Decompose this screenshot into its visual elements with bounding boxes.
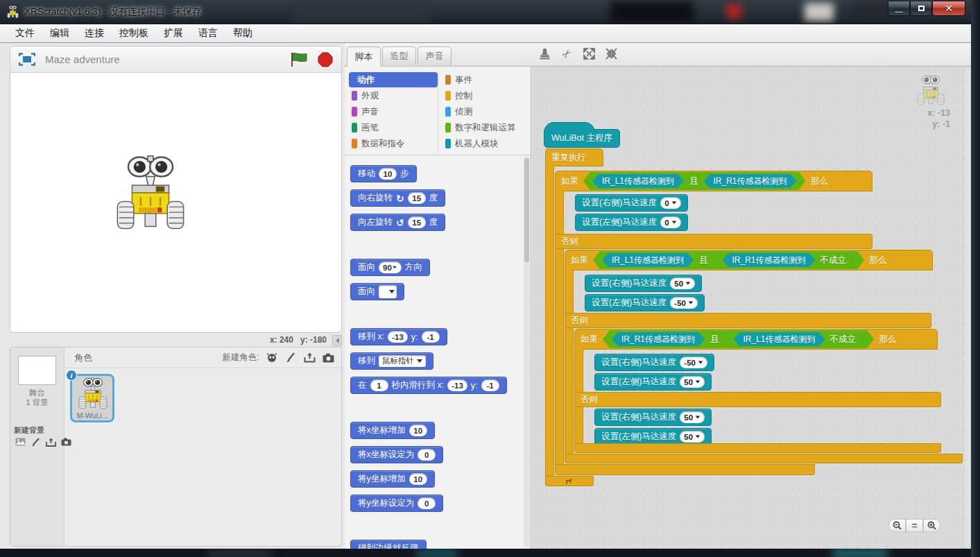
motor-block-7[interactable]: 设置(右侧)马达速度 50 <box>594 409 712 426</box>
number-input[interactable]: 0 <box>418 449 436 461</box>
stop-button[interactable] <box>318 52 333 67</box>
palette-block-2[interactable]: 向左旋转↺15度 <box>350 214 445 231</box>
duplicate-stamp-icon[interactable] <box>538 46 551 60</box>
dropdown[interactable]: 鼠标指针 <box>379 355 426 367</box>
sensor-ir-r1[interactable]: IR_R1传感器检测到 <box>612 332 705 346</box>
motor-block-3[interactable]: 设置(右侧)马达速度 50 <box>585 275 702 292</box>
motor-block-6[interactable]: 设置(左侧)马达速度 50 <box>594 373 712 391</box>
sensor-ir-l1[interactable]: IR_L1传感器检测到 <box>734 332 825 346</box>
palette-block-1[interactable]: 向右旋转↻15度 <box>350 189 445 207</box>
menu-item-0[interactable]: 文件 <box>8 25 42 42</box>
not-operator[interactable]: IR_L1传感器检测到 不成立 <box>725 332 866 347</box>
number-input[interactable]: -13 <box>447 379 467 391</box>
palette-block-9[interactable]: 将x坐标设定为0 <box>350 446 443 463</box>
palette-block-12[interactable]: 碰到边缘就反弹 <box>350 540 427 549</box>
minimize-button[interactable]: — <box>888 1 910 16</box>
if-block-1-top[interactable]: 如果 IR_L1传感器检测到 且 IR_R1传感器检测到 那么 <box>555 171 872 191</box>
number-input[interactable]: 10 <box>409 473 427 485</box>
hat-block-wulibot-main[interactable]: WuLiBot 主程序 <box>544 129 620 148</box>
forever-block-top[interactable]: 重复执行 <box>545 148 603 166</box>
motor-block-5[interactable]: 设置(右侧)马达速度 -50 <box>594 354 714 371</box>
motor-speed-dropdown[interactable]: -50 <box>670 297 698 309</box>
menu-item-4[interactable]: 扩展 <box>157 25 190 42</box>
category-8[interactable]: 数据和指令 <box>349 136 438 151</box>
motor-speed-dropdown[interactable]: -50 <box>680 357 707 368</box>
number-input[interactable]: 10 <box>409 425 427 436</box>
and-operator-3[interactable]: IR_R1传感器检测到 且 IR_L1传感器检测到 不成立 <box>603 330 874 348</box>
maximize-button[interactable] <box>910 1 932 16</box>
palette-block-4[interactable]: 面向 <box>350 283 404 300</box>
fullscreen-icon[interactable] <box>19 53 35 66</box>
tab-2[interactable]: 声音 <box>418 46 452 65</box>
category-3[interactable]: 控制 <box>442 88 527 103</box>
number-input[interactable]: -13 <box>388 331 408 343</box>
palette-block-0[interactable]: 移动10步 <box>350 165 417 182</box>
number-input[interactable]: -1 <box>422 331 440 343</box>
stage-thumbnail[interactable] <box>18 356 56 385</box>
empty-dropdown[interactable] <box>379 285 397 298</box>
motor-speed-dropdown[interactable]: 50 <box>680 411 705 423</box>
number-input[interactable]: 10 <box>379 168 397 180</box>
script-area[interactable]: x: -13 y: -1 WuLiBot 主程序 重复执行 如果 IR_L1传感… <box>532 67 971 549</box>
backdrop-library-icon[interactable] <box>14 436 26 447</box>
upload-sprite-icon[interactable] <box>303 352 316 363</box>
and-operator-1[interactable]: IR_L1传感器检测到 且 IR_R1传感器检测到 <box>583 172 806 190</box>
stage-canvas[interactable] <box>10 73 341 321</box>
grow-sprite-icon[interactable] <box>582 46 596 60</box>
menu-item-1[interactable]: 编辑 <box>43 25 76 42</box>
motor-block-4[interactable]: 设置(左侧)马达速度 -50 <box>585 294 705 311</box>
motor-speed-dropdown[interactable]: 0 <box>660 197 680 209</box>
sensor-ir-l1[interactable]: IR_L1传感器检测到 <box>592 174 684 188</box>
number-input[interactable]: -1 <box>481 379 499 391</box>
close-button[interactable]: ✕ <box>932 1 965 16</box>
palette-block-5[interactable]: 移到 x:-13y:-1 <box>350 328 447 345</box>
camera-sprite-icon[interactable] <box>322 352 334 363</box>
green-flag-button[interactable] <box>290 52 308 67</box>
menu-item-3[interactable]: 控制板 <box>112 25 155 42</box>
category-6[interactable]: 画笔 <box>349 120 438 135</box>
upload-backdrop-icon[interactable] <box>44 436 57 447</box>
palette-block-10[interactable]: 将y坐标增加10 <box>350 470 435 488</box>
number-input[interactable]: 15 <box>408 192 426 204</box>
menu-item-2[interactable]: 连接 <box>78 25 111 42</box>
sensor-ir-r1[interactable]: IR_R1传感器检测到 <box>704 174 797 188</box>
palette-block-3[interactable]: 面向90方向 <box>350 259 430 276</box>
number-input[interactable]: 1 <box>370 379 388 391</box>
palette-block-11[interactable]: 将y坐标设定为0 <box>350 495 443 512</box>
category-9[interactable]: 机器人模块 <box>442 136 527 151</box>
palette-scrollbar[interactable] <box>524 157 530 547</box>
sensor-ir-l1[interactable]: IR_L1传感器检测到 <box>602 253 694 267</box>
if-block-2-top[interactable]: 如果 IR_L1传感器检测到 且 IR_R1传感器检测到 不成立 那么 <box>565 250 933 271</box>
tab-0[interactable]: 脚本 <box>347 46 381 67</box>
not-operator[interactable]: IR_R1传感器检测到 不成立 <box>714 252 856 268</box>
camera-backdrop-icon[interactable] <box>60 436 72 447</box>
stage-sprite-robot[interactable] <box>116 155 185 231</box>
if-block-3-top[interactable]: 如果 IR_R1传感器检测到 且 IR_L1传感器检测到 不成立 那么 <box>574 329 938 350</box>
delete-scissors-icon[interactable]: ✂ <box>557 44 576 63</box>
category-4[interactable]: 声音 <box>349 104 438 119</box>
motor-block-2[interactable]: 设置(左侧)马达速度 0 <box>575 214 688 231</box>
sprite-info-icon[interactable]: i <box>66 370 77 381</box>
shrink-sprite-icon[interactable] <box>604 46 618 60</box>
motor-speed-dropdown[interactable]: 0 <box>660 216 680 228</box>
paint-backdrop-icon[interactable] <box>29 436 42 447</box>
zoom-reset-button[interactable]: = <box>906 519 923 532</box>
category-2[interactable]: 外观 <box>349 88 438 103</box>
script-scrollbar[interactable] <box>965 68 970 547</box>
zoom-out-button[interactable] <box>888 519 906 532</box>
paint-sprite-icon[interactable] <box>284 352 297 363</box>
category-1[interactable]: 事件 <box>442 72 527 87</box>
sprite-card-selected[interactable]: i M-WuLi... <box>70 374 114 422</box>
palette-block-6[interactable]: 移到鼠标指针 <box>350 352 433 370</box>
palette-block-8[interactable]: 将x坐标增加10 <box>350 422 435 439</box>
palette-block-7[interactable]: 在1秒内滑行到 x:-13y:-1 <box>350 377 507 394</box>
menu-item-6[interactable]: 帮助 <box>226 25 259 42</box>
motor-block-1[interactable]: 设置(右侧)马达速度 0 <box>575 194 688 212</box>
tab-1[interactable]: 造型 <box>382 46 416 65</box>
menu-item-5[interactable]: 语言 <box>191 25 225 42</box>
motor-speed-dropdown[interactable]: 50 <box>680 431 705 443</box>
zoom-in-button[interactable] <box>923 519 940 532</box>
motor-speed-dropdown[interactable]: 50 <box>670 277 695 289</box>
category-0[interactable]: 动作 <box>349 72 438 87</box>
number-input[interactable]: 0 <box>418 497 436 509</box>
